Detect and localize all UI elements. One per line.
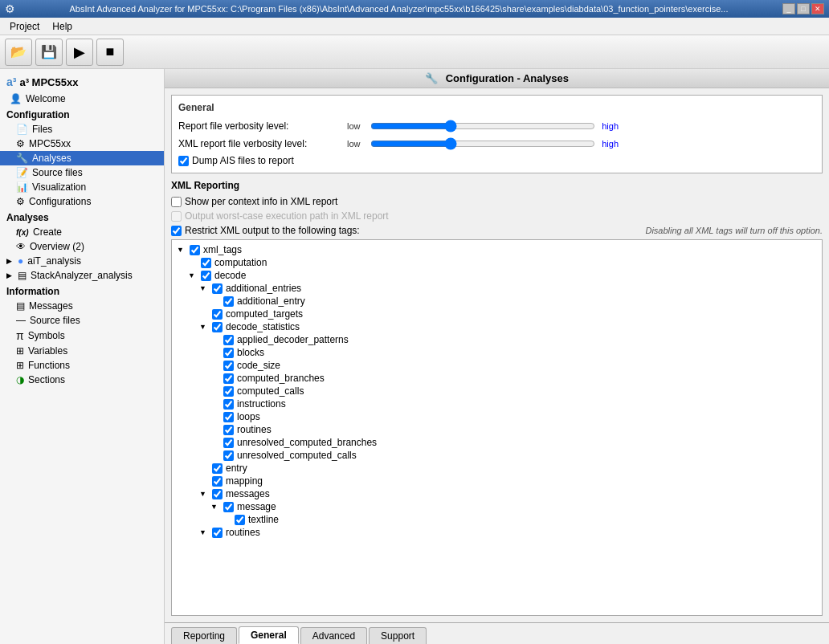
tree-check-loops[interactable]: [223, 412, 234, 422]
tree-check-blocks[interactable]: [223, 348, 234, 358]
sidebar-item-source-files[interactable]: 📝 Source files: [0, 165, 164, 180]
menu-help[interactable]: Help: [46, 19, 79, 34]
sidebar-messages-label: Messages: [29, 300, 73, 312]
sidebar-item-stack[interactable]: ▶ ▤ StackAnalyzer_analysis: [0, 268, 164, 283]
tree-label-routines-stats: routines: [237, 424, 272, 435]
tree-check-ucc[interactable]: [223, 450, 234, 461]
sidebar-item-visualization[interactable]: 📊 Visualization: [0, 180, 164, 194]
sidebar-functions-label: Functions: [28, 360, 70, 371]
maximize-button[interactable]: □: [797, 3, 810, 14]
tree-check-decode_statistics[interactable]: [212, 322, 223, 332]
sidebar-item-analyses[interactable]: 🔧 Analyses: [0, 151, 164, 165]
tree-check-computation[interactable]: [201, 258, 211, 268]
sidebar-item-configurations[interactable]: ⚙ Configurations: [0, 194, 164, 209]
sidebar-mpc-label: MPC55xx: [29, 138, 71, 149]
report-verbosity-slider[interactable]: [370, 120, 595, 132]
tree-arrow-decode[interactable]: ▼: [188, 271, 198, 279]
sidebar-item-files[interactable]: 📄 Files: [0, 122, 164, 137]
information-section-header: Information: [0, 283, 164, 299]
dump-ais-checkbox[interactable]: [178, 156, 189, 166]
tree-check-decode[interactable]: [201, 271, 211, 281]
sidebar-item-sections[interactable]: ◑ Sections: [0, 373, 164, 387]
tree-check-additional_entries[interactable]: [212, 283, 223, 294]
app-title: a³ MPC55xx: [19, 76, 78, 88]
sidebar-analyses-label: Analyses: [32, 153, 71, 164]
tab-support[interactable]: Support: [369, 627, 427, 644]
sidebar-item-info-source[interactable]: — Source files: [0, 313, 164, 328]
sidebar-item-symbols[interactable]: π Symbols: [0, 328, 164, 344]
tree-check-code_size[interactable]: [223, 361, 234, 371]
tree-arrow-xml_tags[interactable]: ▼: [177, 246, 186, 254]
xml-tree[interactable]: ▼ xml_tags ▶ computation ▼: [171, 239, 823, 616]
restrict-note: Disabling all XML tags will turn off thi…: [645, 226, 823, 235]
tab-general[interactable]: General: [239, 626, 299, 644]
expand-arrow-ait[interactable]: ▶: [6, 257, 12, 265]
sections-icon: ◑: [16, 374, 24, 385]
app-header: a³ a³ MPC55xx: [0, 72, 164, 92]
tree-check-applied_decoder_patterns[interactable]: [223, 335, 234, 345]
tree-arrow-messages[interactable]: ▼: [199, 490, 209, 498]
tree-check-message[interactable]: [223, 502, 234, 512]
tree-check-routines-stats[interactable]: [223, 425, 234, 435]
tree-check-additional_entry[interactable]: [223, 296, 234, 307]
tree-check-computed_branches[interactable]: [223, 373, 234, 384]
tree-check-mapping[interactable]: [212, 476, 223, 487]
report-slider-container: low high: [347, 120, 619, 132]
tree-arrow-additional_entries[interactable]: ▼: [199, 284, 209, 292]
tree-label-entry: entry: [226, 463, 247, 474]
output-wcet-checkbox[interactable]: [171, 211, 182, 222]
tree-node-unresolved_computed_branches: ▶ unresolved_computed_branches: [175, 436, 819, 449]
sidebar-item-overview[interactable]: 👁 Overview (2): [0, 239, 164, 254]
restrict-xml-checkbox[interactable]: [171, 226, 182, 236]
tree-label-additional_entries: additional_entries: [226, 283, 301, 294]
tree-label-code_size: code_size: [237, 360, 280, 371]
report-high-label: high: [598, 121, 619, 131]
tree-check-textline[interactable]: [235, 515, 245, 525]
menu-project[interactable]: Project: [3, 19, 46, 34]
menu-bar: Project Help: [0, 18, 829, 35]
expand-arrow-stack[interactable]: ▶: [6, 271, 12, 279]
tree-check-computed_calls[interactable]: [223, 386, 234, 397]
tree-check-entry[interactable]: [212, 463, 223, 474]
tree-arrow-message[interactable]: ▼: [210, 503, 220, 511]
stop-button[interactable]: ■: [96, 39, 124, 66]
tree-arrow-decode_statistics[interactable]: ▼: [199, 323, 209, 331]
tree-label-message: message: [237, 501, 276, 512]
minimize-button[interactable]: _: [782, 3, 795, 14]
sidebar-item-messages[interactable]: ▤ Messages: [0, 299, 164, 313]
tree-check-ucb[interactable]: [223, 438, 234, 448]
xml-verbosity-slider[interactable]: [370, 137, 595, 150]
show-context-checkbox[interactable]: [171, 197, 182, 207]
title-bar-title: AbsInt Advanced Analyzer for MPC55xx: C:…: [15, 4, 782, 14]
tree-check-xml_tags[interactable]: [190, 245, 200, 255]
sidebar-item-mpc55xx[interactable]: ⚙ MPC55xx: [0, 137, 164, 151]
save-button[interactable]: 💾: [35, 39, 63, 66]
sidebar-item-ait[interactable]: ▶ ● aiT_analysis: [0, 254, 164, 268]
tree-node-routines-decode: ▼ routines: [175, 526, 819, 539]
tree-node-applied_decoder_patterns: ▶ applied_decoder_patterns: [175, 333, 819, 346]
tree-check-messages[interactable]: [212, 489, 223, 499]
sidebar-item-welcome[interactable]: 👤 Welcome: [0, 92, 164, 106]
sidebar-item-functions[interactable]: ⊞ Functions: [0, 358, 164, 373]
tab-advanced[interactable]: Advanced: [300, 627, 367, 644]
run-button[interactable]: ▶: [66, 39, 93, 66]
close-button[interactable]: ✕: [811, 3, 824, 14]
sidebar-sections-label: Sections: [28, 374, 65, 385]
tree-node-routines-stats: ▶ routines: [175, 423, 819, 436]
tree-node-computed_calls: ▶ computed_calls: [175, 385, 819, 397]
tree-check-computed_targets[interactable]: [212, 309, 223, 320]
tree-node-additional_entry: ▶ additional_entry: [175, 295, 819, 308]
xml-verbosity-label: XML report file verbosity level:: [178, 138, 347, 149]
general-title: General: [178, 102, 815, 113]
sidebar-info-source-label: Source files: [30, 315, 80, 326]
sidebar-item-create[interactable]: f(x) Create: [0, 225, 164, 239]
tree-check-instructions[interactable]: [223, 399, 234, 410]
tree-arrow-routines-decode[interactable]: ▼: [199, 528, 209, 536]
tree-node-entry: ▶ entry: [175, 462, 819, 475]
tree-check-routines-decode[interactable]: [212, 528, 223, 538]
tab-reporting[interactable]: Reporting: [171, 627, 237, 644]
play-icon: ▶: [74, 43, 85, 61]
sidebar-item-variables[interactable]: ⊞ Variables: [0, 344, 164, 358]
open-button[interactable]: 📂: [5, 39, 32, 66]
content: 🔧 Configuration - Analyses General Repor…: [165, 69, 829, 644]
